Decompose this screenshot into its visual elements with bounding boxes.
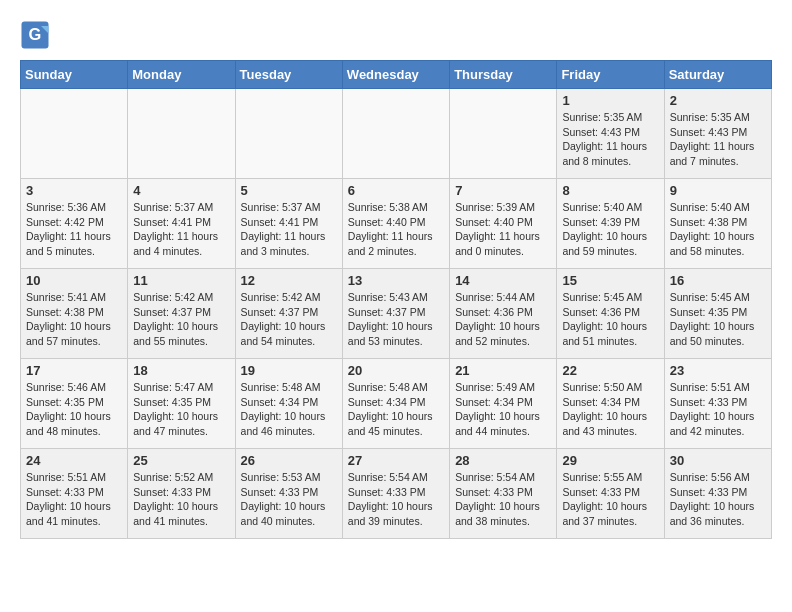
calendar-week-3: 10Sunrise: 5:41 AMSunset: 4:38 PMDayligh… (21, 269, 772, 359)
day-info: Sunrise: 5:37 AMSunset: 4:41 PMDaylight:… (241, 200, 337, 259)
day-number: 8 (562, 183, 658, 198)
calendar-cell: 25Sunrise: 5:52 AMSunset: 4:33 PMDayligh… (128, 449, 235, 539)
day-number: 22 (562, 363, 658, 378)
weekday-header-tuesday: Tuesday (235, 61, 342, 89)
calendar-cell: 4Sunrise: 5:37 AMSunset: 4:41 PMDaylight… (128, 179, 235, 269)
weekday-header-thursday: Thursday (450, 61, 557, 89)
calendar-cell: 7Sunrise: 5:39 AMSunset: 4:40 PMDaylight… (450, 179, 557, 269)
svg-text:G: G (29, 25, 42, 43)
day-info: Sunrise: 5:53 AMSunset: 4:33 PMDaylight:… (241, 470, 337, 529)
day-number: 5 (241, 183, 337, 198)
calendar-cell: 22Sunrise: 5:50 AMSunset: 4:34 PMDayligh… (557, 359, 664, 449)
day-info: Sunrise: 5:49 AMSunset: 4:34 PMDaylight:… (455, 380, 551, 439)
calendar-cell: 18Sunrise: 5:47 AMSunset: 4:35 PMDayligh… (128, 359, 235, 449)
calendar-cell: 10Sunrise: 5:41 AMSunset: 4:38 PMDayligh… (21, 269, 128, 359)
day-info: Sunrise: 5:37 AMSunset: 4:41 PMDaylight:… (133, 200, 229, 259)
calendar-body: 1Sunrise: 5:35 AMSunset: 4:43 PMDaylight… (21, 89, 772, 539)
day-info: Sunrise: 5:47 AMSunset: 4:35 PMDaylight:… (133, 380, 229, 439)
calendar-week-1: 1Sunrise: 5:35 AMSunset: 4:43 PMDaylight… (21, 89, 772, 179)
calendar-cell: 29Sunrise: 5:55 AMSunset: 4:33 PMDayligh… (557, 449, 664, 539)
calendar-cell: 2Sunrise: 5:35 AMSunset: 4:43 PMDaylight… (664, 89, 771, 179)
logo-icon: G (20, 20, 50, 50)
day-number: 11 (133, 273, 229, 288)
calendar-week-2: 3Sunrise: 5:36 AMSunset: 4:42 PMDaylight… (21, 179, 772, 269)
day-info: Sunrise: 5:55 AMSunset: 4:33 PMDaylight:… (562, 470, 658, 529)
day-info: Sunrise: 5:40 AMSunset: 4:39 PMDaylight:… (562, 200, 658, 259)
day-info: Sunrise: 5:39 AMSunset: 4:40 PMDaylight:… (455, 200, 551, 259)
weekday-header-sunday: Sunday (21, 61, 128, 89)
calendar-cell: 6Sunrise: 5:38 AMSunset: 4:40 PMDaylight… (342, 179, 449, 269)
day-info: Sunrise: 5:42 AMSunset: 4:37 PMDaylight:… (133, 290, 229, 349)
day-number: 28 (455, 453, 551, 468)
day-number: 30 (670, 453, 766, 468)
day-info: Sunrise: 5:56 AMSunset: 4:33 PMDaylight:… (670, 470, 766, 529)
day-number: 7 (455, 183, 551, 198)
calendar-cell: 30Sunrise: 5:56 AMSunset: 4:33 PMDayligh… (664, 449, 771, 539)
calendar-cell: 26Sunrise: 5:53 AMSunset: 4:33 PMDayligh… (235, 449, 342, 539)
day-number: 21 (455, 363, 551, 378)
calendar-cell (128, 89, 235, 179)
day-number: 13 (348, 273, 444, 288)
calendar-cell (450, 89, 557, 179)
calendar-cell: 20Sunrise: 5:48 AMSunset: 4:34 PMDayligh… (342, 359, 449, 449)
calendar-week-5: 24Sunrise: 5:51 AMSunset: 4:33 PMDayligh… (21, 449, 772, 539)
calendar-cell: 24Sunrise: 5:51 AMSunset: 4:33 PMDayligh… (21, 449, 128, 539)
day-number: 23 (670, 363, 766, 378)
day-number: 17 (26, 363, 122, 378)
day-number: 10 (26, 273, 122, 288)
day-number: 19 (241, 363, 337, 378)
weekday-header-monday: Monday (128, 61, 235, 89)
calendar-cell: 13Sunrise: 5:43 AMSunset: 4:37 PMDayligh… (342, 269, 449, 359)
day-number: 9 (670, 183, 766, 198)
day-info: Sunrise: 5:35 AMSunset: 4:43 PMDaylight:… (562, 110, 658, 169)
calendar-cell: 9Sunrise: 5:40 AMSunset: 4:38 PMDaylight… (664, 179, 771, 269)
calendar-cell: 3Sunrise: 5:36 AMSunset: 4:42 PMDaylight… (21, 179, 128, 269)
day-number: 14 (455, 273, 551, 288)
day-info: Sunrise: 5:38 AMSunset: 4:40 PMDaylight:… (348, 200, 444, 259)
calendar-cell: 17Sunrise: 5:46 AMSunset: 4:35 PMDayligh… (21, 359, 128, 449)
day-info: Sunrise: 5:36 AMSunset: 4:42 PMDaylight:… (26, 200, 122, 259)
day-info: Sunrise: 5:43 AMSunset: 4:37 PMDaylight:… (348, 290, 444, 349)
calendar-cell: 23Sunrise: 5:51 AMSunset: 4:33 PMDayligh… (664, 359, 771, 449)
calendar-cell (21, 89, 128, 179)
day-number: 26 (241, 453, 337, 468)
day-number: 25 (133, 453, 229, 468)
day-info: Sunrise: 5:35 AMSunset: 4:43 PMDaylight:… (670, 110, 766, 169)
day-info: Sunrise: 5:41 AMSunset: 4:38 PMDaylight:… (26, 290, 122, 349)
calendar-cell: 5Sunrise: 5:37 AMSunset: 4:41 PMDaylight… (235, 179, 342, 269)
weekday-header-saturday: Saturday (664, 61, 771, 89)
calendar-cell: 21Sunrise: 5:49 AMSunset: 4:34 PMDayligh… (450, 359, 557, 449)
day-info: Sunrise: 5:52 AMSunset: 4:33 PMDaylight:… (133, 470, 229, 529)
day-number: 29 (562, 453, 658, 468)
weekday-header-row: SundayMondayTuesdayWednesdayThursdayFrid… (21, 61, 772, 89)
calendar-cell: 16Sunrise: 5:45 AMSunset: 4:35 PMDayligh… (664, 269, 771, 359)
day-info: Sunrise: 5:44 AMSunset: 4:36 PMDaylight:… (455, 290, 551, 349)
calendar-cell: 15Sunrise: 5:45 AMSunset: 4:36 PMDayligh… (557, 269, 664, 359)
calendar-cell (342, 89, 449, 179)
day-number: 18 (133, 363, 229, 378)
calendar-cell: 19Sunrise: 5:48 AMSunset: 4:34 PMDayligh… (235, 359, 342, 449)
calendar-cell: 28Sunrise: 5:54 AMSunset: 4:33 PMDayligh… (450, 449, 557, 539)
calendar-cell: 1Sunrise: 5:35 AMSunset: 4:43 PMDaylight… (557, 89, 664, 179)
day-number: 2 (670, 93, 766, 108)
day-number: 6 (348, 183, 444, 198)
day-number: 16 (670, 273, 766, 288)
day-info: Sunrise: 5:46 AMSunset: 4:35 PMDaylight:… (26, 380, 122, 439)
calendar-week-4: 17Sunrise: 5:46 AMSunset: 4:35 PMDayligh… (21, 359, 772, 449)
calendar-header: SundayMondayTuesdayWednesdayThursdayFrid… (21, 61, 772, 89)
calendar-cell: 27Sunrise: 5:54 AMSunset: 4:33 PMDayligh… (342, 449, 449, 539)
calendar-cell: 11Sunrise: 5:42 AMSunset: 4:37 PMDayligh… (128, 269, 235, 359)
day-number: 24 (26, 453, 122, 468)
weekday-header-friday: Friday (557, 61, 664, 89)
day-info: Sunrise: 5:40 AMSunset: 4:38 PMDaylight:… (670, 200, 766, 259)
calendar-cell: 12Sunrise: 5:42 AMSunset: 4:37 PMDayligh… (235, 269, 342, 359)
calendar-cell (235, 89, 342, 179)
day-number: 1 (562, 93, 658, 108)
day-info: Sunrise: 5:51 AMSunset: 4:33 PMDaylight:… (26, 470, 122, 529)
day-info: Sunrise: 5:42 AMSunset: 4:37 PMDaylight:… (241, 290, 337, 349)
day-info: Sunrise: 5:48 AMSunset: 4:34 PMDaylight:… (348, 380, 444, 439)
day-number: 3 (26, 183, 122, 198)
day-info: Sunrise: 5:48 AMSunset: 4:34 PMDaylight:… (241, 380, 337, 439)
day-info: Sunrise: 5:51 AMSunset: 4:33 PMDaylight:… (670, 380, 766, 439)
logo: G (20, 20, 54, 50)
